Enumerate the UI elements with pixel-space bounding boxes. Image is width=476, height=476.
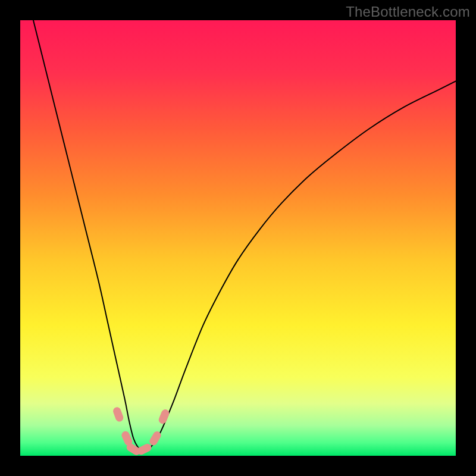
chart-frame: TheBottleneck.com	[0, 0, 476, 476]
watermark-text: TheBottleneck.com	[346, 4, 470, 20]
chart-svg	[20, 20, 456, 456]
highlight-marker	[112, 406, 124, 423]
bottleneck-curve	[33, 20, 456, 452]
plot-area	[20, 20, 456, 456]
highlight-marker	[158, 408, 170, 425]
